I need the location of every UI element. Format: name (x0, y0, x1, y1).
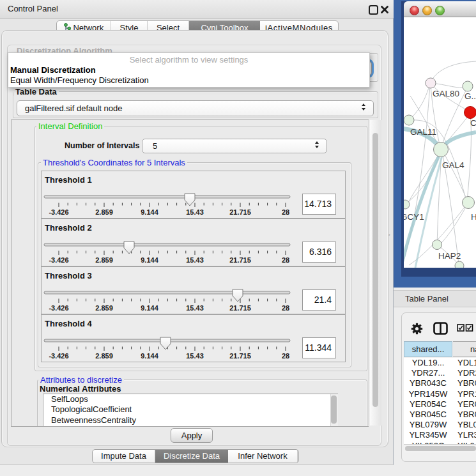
svg-text:9.144: 9.144 (141, 256, 158, 264)
svg-text:C: C (470, 118, 476, 128)
svg-text:9.144: 9.144 (141, 208, 158, 216)
svg-text:GAL4: GAL4 (442, 160, 464, 170)
svg-text:G..: G.. (464, 91, 476, 101)
svg-text:28: 28 (282, 304, 289, 312)
svg-text:15.43: 15.43 (186, 256, 204, 264)
svg-text:21.715: 21.715 (229, 304, 251, 312)
svg-text:28: 28 (282, 256, 289, 264)
svg-text:28: 28 (282, 208, 289, 216)
svg-text:2.859: 2.859 (95, 304, 113, 312)
svg-text:28: 28 (282, 352, 289, 360)
svg-text:GAL11: GAL11 (410, 127, 436, 137)
svg-text:-3.426: -3.426 (49, 304, 68, 312)
svg-text:21.715: 21.715 (229, 208, 251, 216)
svg-text:9.144: 9.144 (141, 352, 158, 360)
svg-text:15.43: 15.43 (186, 304, 204, 312)
svg-text:2.859: 2.859 (95, 256, 113, 264)
svg-text:-3.426: -3.426 (49, 208, 68, 216)
svg-text:21.715: 21.715 (229, 352, 251, 360)
svg-text:H: H (471, 212, 476, 222)
svg-text:GAL80: GAL80 (433, 89, 459, 98)
svg-text:21.715: 21.715 (229, 256, 251, 264)
svg-text:2.859: 2.859 (95, 352, 113, 360)
svg-text:HAP2: HAP2 (438, 251, 461, 261)
svg-text:-3.426: -3.426 (49, 352, 68, 360)
svg-text:-3.426: -3.426 (49, 256, 68, 264)
svg-text:15.43: 15.43 (186, 352, 204, 360)
svg-text:GCY1: GCY1 (404, 212, 424, 222)
svg-text:15.43: 15.43 (186, 208, 204, 216)
svg-text:9.144: 9.144 (141, 304, 158, 312)
svg-text:2.859: 2.859 (95, 208, 113, 216)
